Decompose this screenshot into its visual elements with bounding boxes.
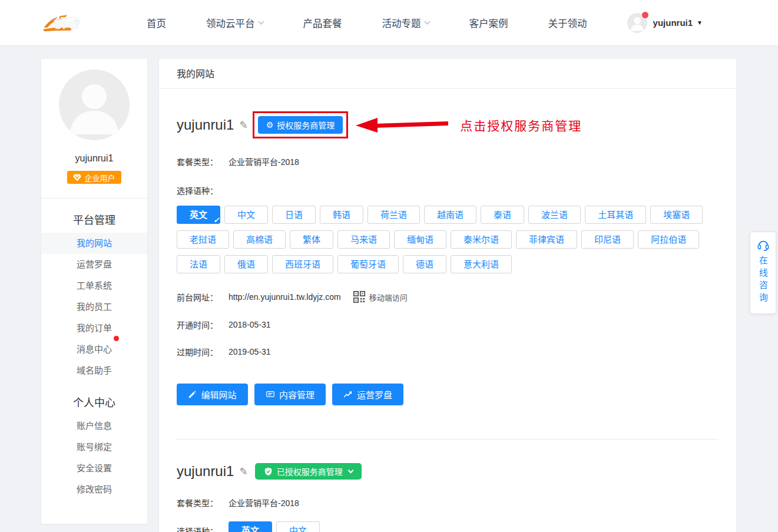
user-area[interactable]: yujunrui1 ▼ — [627, 13, 778, 33]
language-tag[interactable]: 英文✓ — [177, 206, 220, 224]
section-title: 个人中心 — [41, 394, 147, 409]
leadong-logo[interactable]: 领动 — [41, 9, 92, 37]
sidebar-item[interactable]: 域名助手 — [41, 360, 147, 381]
check-icon: ✓ — [265, 527, 272, 532]
package-value: 企业营销平台-2018 — [229, 156, 299, 167]
language-tag[interactable]: 波兰语 — [528, 206, 581, 224]
language-tag[interactable]: 中文 — [224, 206, 268, 224]
sidebar-item-label: 我的网站 — [77, 233, 112, 254]
sidebar-item[interactable]: 消息中心 — [41, 339, 147, 360]
package-label: 套餐类型： — [177, 497, 229, 508]
gear-icon: ⚙ — [266, 120, 274, 130]
language-tag[interactable]: 韩语 — [320, 206, 363, 224]
sidebar-item[interactable]: 工单系统 — [41, 275, 147, 296]
online-consult-label: 在线咨询 — [757, 256, 769, 305]
authorize-provider-label: 授权服务商管理 — [277, 119, 335, 131]
sidebar-item[interactable]: 我的员工 — [41, 296, 147, 318]
headset-icon — [757, 239, 770, 251]
operation-compass-button[interactable]: 运营罗盘 — [332, 384, 403, 405]
edit-site-label: 编辑网站 — [201, 388, 236, 401]
authorized-provider-label: 已授权服务商管理 — [277, 465, 343, 477]
nav-menu: 首页领动云平台产品套餐活动专题客户案例关于领动 — [147, 16, 627, 30]
language-tag[interactable]: 法语 — [177, 255, 220, 273]
site-name: yujunrui1 — [177, 463, 234, 480]
sidebar-section-personal: 个人中心 账户信息账号绑定安全设置修改密码 — [41, 381, 147, 500]
user-avatar[interactable] — [627, 13, 647, 33]
authorized-provider-button[interactable]: 已授权服务商管理 — [255, 463, 362, 480]
site-card-1: yujunrui1 ✎ ⚙ 授权服务商管理 点击授权 — [177, 111, 719, 405]
check-icon: ✓ — [213, 212, 220, 229]
sidebar-item-label: 账号绑定 — [77, 437, 112, 458]
language-label: 选择语种： — [177, 184, 719, 196]
sidebar-item[interactable]: 运营罗盘 — [41, 254, 147, 275]
sidebar-item[interactable]: 安全设置 — [41, 458, 147, 479]
language-tags: 英文✓中文 — [229, 521, 324, 532]
enterprise-user-badge: 企业用户 — [67, 171, 121, 184]
diamond-icon — [73, 174, 81, 181]
language-tag[interactable]: 高棉语 — [233, 230, 286, 249]
expire-date-value: 2019-05-31 — [229, 347, 271, 356]
package-label: 套餐类型： — [177, 156, 229, 167]
language-tag[interactable]: 德语 — [403, 255, 446, 273]
language-tag[interactable]: 日语 — [272, 206, 316, 224]
language-tag[interactable]: 俄语 — [224, 255, 268, 273]
language-tag[interactable]: 西班牙语 — [272, 255, 333, 273]
nav-item[interactable]: 首页 — [147, 16, 166, 30]
language-tag[interactable]: 意大利语 — [451, 255, 512, 273]
pencil-icon — [188, 390, 197, 399]
package-value: 企业营销平台-2018 — [229, 497, 299, 508]
sidebar-items: 我的网站运营罗盘工单系统我的员工我的订单消息中心域名助手 — [41, 233, 147, 381]
chevron-down-icon — [347, 467, 353, 473]
language-tag[interactable]: 泰语 — [481, 206, 524, 224]
sidebar-item-label: 我的订单 — [77, 318, 112, 339]
mobile-access-label[interactable]: 移动端访问 — [369, 292, 408, 303]
authorize-provider-button[interactable]: ⚙ 授权服务商管理 — [258, 116, 343, 134]
chevron-down-icon — [424, 19, 430, 25]
site-url[interactable]: http://en.yujunrui1.tw.ldyjz.com — [229, 292, 341, 302]
annotation-highlight-box: ⚙ 授权服务商管理 — [253, 111, 349, 138]
language-tag[interactable]: 泰米尔语 — [451, 230, 512, 249]
open-date-value: 2018-05-31 — [229, 320, 271, 329]
online-consult-widget[interactable]: 在线咨询 — [750, 232, 776, 314]
language-tag[interactable]: 菲律宾语 — [516, 230, 577, 249]
nav-item[interactable]: 领动云平台 — [206, 16, 263, 30]
site-name: yujunrui1 — [177, 117, 234, 133]
username[interactable]: yujunrui1 — [653, 18, 693, 28]
language-tag[interactable]: 繁体 — [290, 230, 333, 249]
language-tag[interactable]: 越南语 — [424, 206, 476, 224]
sidebar-item[interactable]: 账户信息 — [41, 415, 147, 437]
nav-item[interactable]: 活动专题 — [382, 16, 429, 30]
sidebar-item[interactable]: 修改密码 — [41, 479, 147, 500]
edit-site-button[interactable]: 编辑网站 — [177, 384, 248, 405]
language-tag[interactable]: 阿拉伯语 — [638, 230, 699, 249]
qr-code-icon[interactable] — [353, 290, 366, 303]
nav-item[interactable]: 关于领动 — [548, 16, 587, 30]
language-tag[interactable]: 缅甸语 — [394, 230, 446, 249]
language-tag[interactable]: 马来语 — [337, 230, 390, 249]
language-tag[interactable]: 荷兰语 — [368, 206, 420, 224]
expire-date-label: 过期时间： — [177, 346, 229, 358]
language-tag[interactable]: 印尼语 — [581, 230, 634, 249]
language-tag[interactable]: 中文 — [276, 521, 320, 532]
content-manage-button[interactable]: 内容管理 — [254, 384, 326, 405]
sidebar-item-label: 域名助手 — [77, 360, 112, 381]
language-tag[interactable]: 土耳其语 — [585, 206, 646, 224]
nav-item[interactable]: 产品套餐 — [303, 16, 342, 30]
edit-site-name-icon[interactable]: ✎ — [239, 119, 247, 131]
edit-site-name-icon[interactable]: ✎ — [239, 465, 247, 478]
sidebar-item[interactable]: 我的网站 — [41, 233, 147, 254]
language-tag[interactable]: 英文✓ — [229, 521, 272, 532]
nav-item-label: 客户案例 — [469, 16, 508, 30]
language-tag[interactable]: 葡萄牙语 — [337, 255, 399, 273]
language-tag[interactable]: 老挝语 — [177, 230, 229, 249]
sidebar-item[interactable]: 我的订单 — [41, 318, 147, 339]
sidebar-item[interactable]: 账号绑定 — [41, 437, 147, 458]
url-label: 前台网址： — [177, 291, 229, 303]
nav-item[interactable]: 客户案例 — [469, 16, 508, 30]
page-title: 我的网站 — [159, 59, 736, 89]
language-tag[interactable]: 埃塞语 — [650, 206, 703, 224]
sidebar: yujunrui1 企业用户 平台管理 我的网站运营罗盘工单系统我的员工我的订单… — [41, 59, 147, 524]
trend-up-icon — [343, 391, 353, 399]
nav-item-label: 关于领动 — [548, 16, 587, 30]
badge-label: 企业用户 — [84, 172, 115, 183]
